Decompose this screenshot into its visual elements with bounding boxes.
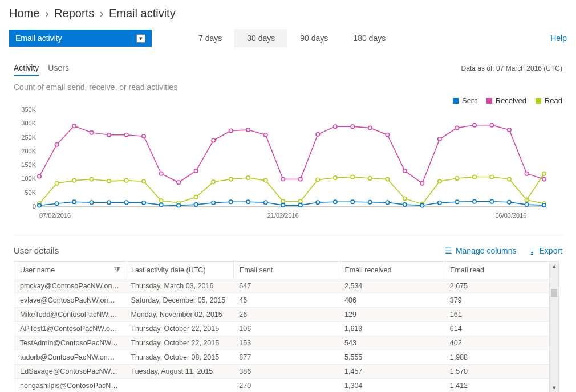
legend-received: Received bbox=[486, 96, 526, 105]
tab-activity[interactable]: Activity bbox=[14, 61, 39, 76]
vertical-scrollbar[interactable]: ▴ ▾ bbox=[550, 261, 559, 392]
svg-point-60 bbox=[351, 175, 354, 178]
svg-text:150K: 150K bbox=[21, 161, 36, 168]
table-row[interactable]: pmckay@ContosoPacNW.onmic...Thursday, Ma… bbox=[14, 279, 550, 293]
svg-point-35 bbox=[438, 137, 441, 141]
chart-tabs: Activity Users Data as of: 07 March 2016… bbox=[14, 61, 562, 76]
svg-point-81 bbox=[194, 203, 197, 206]
cell-sent: 386 bbox=[233, 365, 339, 379]
breadcrumb-reports[interactable]: Reports bbox=[54, 7, 94, 19]
svg-point-95 bbox=[438, 201, 441, 205]
cell-username: nongashilpis@ContosoPacNW.o... bbox=[14, 379, 125, 393]
svg-point-43 bbox=[55, 182, 58, 185]
cell-username: TestAdmin@ContosoPacNW.on... bbox=[14, 336, 125, 350]
tab-users[interactable]: Users bbox=[48, 61, 69, 75]
col-username[interactable]: User name⧩ bbox=[14, 262, 125, 279]
user-details-table: User name⧩ Last activity date (UTC) Emai… bbox=[14, 261, 550, 392]
svg-point-98 bbox=[490, 200, 493, 203]
table-row[interactable]: MikeTodd@ContosoPacNW.on...Monday, Novem… bbox=[14, 308, 550, 322]
svg-text:100K: 100K bbox=[21, 175, 36, 182]
col-lastactivity[interactable]: Last activity date (UTC) bbox=[125, 262, 233, 279]
cell-username: evlave@ContosoPacNW.onmicr... bbox=[14, 293, 125, 308]
breadcrumb-home[interactable]: Home bbox=[9, 7, 39, 19]
svg-text:21/02/2016: 21/02/2016 bbox=[267, 212, 299, 219]
table-row[interactable]: tudorb@ContosoPacNW.onmicr...Thursday, O… bbox=[14, 350, 550, 365]
svg-point-92 bbox=[386, 201, 389, 204]
cell-date bbox=[125, 379, 233, 393]
cell-sent: 153 bbox=[233, 336, 339, 350]
svg-point-99 bbox=[508, 201, 511, 204]
legend-read: Read bbox=[536, 96, 562, 105]
cell-read: 1,412 bbox=[444, 379, 550, 393]
cell-recv: 1,457 bbox=[339, 365, 444, 379]
report-dropdown[interactable]: Email activity ▾ bbox=[9, 30, 152, 47]
help-link[interactable]: Help bbox=[550, 34, 567, 43]
cell-recv: 1,613 bbox=[339, 322, 444, 336]
square-icon bbox=[536, 98, 541, 104]
range-180days[interactable]: 180 days bbox=[340, 29, 398, 47]
table-row[interactable]: evlave@ContosoPacNW.onmicr...Saturday, D… bbox=[14, 293, 550, 308]
scroll-down-icon[interactable]: ▾ bbox=[550, 384, 558, 391]
cell-recv: 543 bbox=[339, 336, 444, 350]
svg-point-65 bbox=[438, 179, 441, 183]
range-7days[interactable]: 7 days bbox=[186, 29, 234, 47]
svg-point-44 bbox=[72, 179, 76, 182]
col-emailreceived[interactable]: Email received bbox=[339, 262, 444, 279]
col-emailread[interactable]: Email read bbox=[444, 262, 550, 279]
cell-date: Thursday, March 03, 2016 bbox=[125, 279, 233, 293]
range-90days[interactable]: 90 days bbox=[287, 29, 340, 47]
cell-date: Tuesday, August 11, 2015 bbox=[125, 365, 233, 379]
cell-username: EdSavage@ContosoPacNW.on... bbox=[14, 365, 125, 379]
svg-point-78 bbox=[142, 201, 145, 205]
cell-date: Thursday, October 22, 2015 bbox=[125, 336, 233, 350]
filter-icon[interactable]: ⧩ bbox=[114, 266, 120, 275]
range-30days[interactable]: 30 days bbox=[234, 29, 287, 47]
svg-point-18 bbox=[142, 134, 145, 138]
table-row[interactable]: nongashilpis@ContosoPacNW.o...2701,3041,… bbox=[14, 379, 550, 393]
cell-sent: 647 bbox=[233, 279, 339, 293]
svg-point-67 bbox=[473, 175, 476, 178]
svg-point-84 bbox=[246, 200, 250, 203]
svg-point-55 bbox=[264, 179, 267, 182]
cell-date: Saturday, December 05, 2015 bbox=[125, 293, 233, 308]
cell-read: 2,675 bbox=[444, 279, 550, 293]
table-row[interactable]: EdSavage@ContosoPacNW.on...Tuesday, Augu… bbox=[14, 365, 550, 379]
data-as-of-label: Data as of: 07 March 2016 (UTC) bbox=[461, 64, 562, 72]
svg-point-59 bbox=[334, 176, 337, 179]
table-row[interactable]: APTest1@ContosoPacNW.onmi...Thursday, Oc… bbox=[14, 322, 550, 336]
svg-point-46 bbox=[107, 179, 111, 183]
svg-text:350K: 350K bbox=[21, 107, 36, 113]
square-icon bbox=[453, 98, 459, 104]
line-chart: 050K100K150K200K250K300K350K07/02/201621… bbox=[14, 107, 550, 221]
svg-point-58 bbox=[316, 178, 319, 181]
svg-point-79 bbox=[159, 203, 163, 206]
chart-legend: Sent Received Read bbox=[14, 96, 562, 105]
cell-read: 1,570 bbox=[444, 365, 550, 379]
svg-text:07/02/2016: 07/02/2016 bbox=[39, 212, 71, 219]
svg-point-93 bbox=[403, 203, 407, 206]
svg-point-77 bbox=[124, 201, 128, 204]
chevron-right-icon: › bbox=[45, 7, 49, 19]
cell-date: Monday, November 02, 2015 bbox=[125, 308, 233, 322]
chevron-down-icon: ▾ bbox=[136, 34, 145, 43]
svg-point-20 bbox=[177, 181, 180, 184]
export-button[interactable]: ⭳ Export bbox=[528, 246, 562, 255]
svg-point-21 bbox=[194, 169, 197, 173]
svg-point-54 bbox=[246, 176, 250, 179]
user-details-title: User details bbox=[14, 246, 59, 255]
col-emailsent[interactable]: Email sent bbox=[233, 262, 339, 279]
svg-point-31 bbox=[368, 126, 372, 129]
svg-point-97 bbox=[473, 200, 476, 203]
svg-point-61 bbox=[368, 177, 372, 180]
svg-point-52 bbox=[212, 180, 215, 183]
cell-recv: 1,304 bbox=[339, 379, 444, 393]
manage-columns-button[interactable]: ☰ Manage columns bbox=[445, 246, 517, 255]
svg-text:50K: 50K bbox=[25, 189, 36, 196]
dropdown-selected: Email activity bbox=[15, 34, 62, 43]
svg-point-30 bbox=[351, 125, 354, 128]
table-row[interactable]: TestAdmin@ContosoPacNW.on...Thursday, Oc… bbox=[14, 336, 550, 350]
svg-point-32 bbox=[386, 133, 389, 137]
scroll-up-icon[interactable]: ▴ bbox=[550, 262, 558, 270]
cell-sent: 26 bbox=[233, 308, 339, 322]
scroll-thumb[interactable] bbox=[551, 289, 557, 297]
